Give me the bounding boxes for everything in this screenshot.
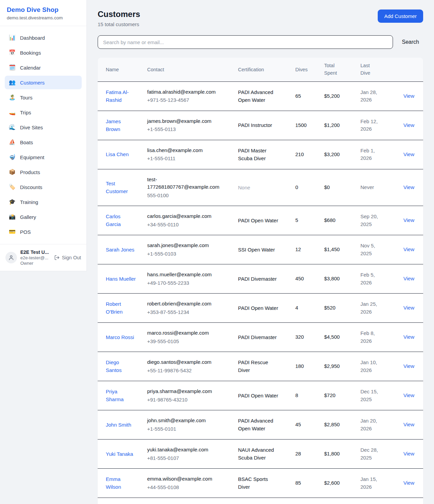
view-customer-link[interactable]: View <box>403 422 414 427</box>
sidebar-item-discounts[interactable]: 🏷️ Discounts <box>5 180 82 194</box>
view-customer-link[interactable]: View <box>403 392 414 398</box>
customer-name-link[interactable]: Hans Mueller <box>106 275 136 283</box>
sidebar-item-tours[interactable]: 🏝️ Tours <box>5 91 82 104</box>
customer-name-link[interactable]: Emma Wilson <box>106 475 136 491</box>
table-row: Keiko Yamamoto keiko.yamamoto@example.co… <box>98 498 423 504</box>
search-bar: Search <box>98 35 423 49</box>
customer-certification: PADI Open Water <box>238 304 278 312</box>
sidebar-item-label: Tours <box>20 95 33 100</box>
sidebar-item-bookings[interactable]: 📅 Bookings <box>5 46 82 59</box>
customer-email: robert.obrien@example.com <box>147 300 221 308</box>
customer-dives: 5 <box>295 217 298 223</box>
main-content: Customers 15 total customers Add Custome… <box>87 0 434 504</box>
view-customer-link[interactable]: View <box>403 334 414 340</box>
customer-last-dive: Feb 12, 2026 <box>360 118 382 133</box>
view-customer-link[interactable]: View <box>403 451 414 456</box>
sidebar-item-pos[interactable]: 💳 POS <box>5 225 82 239</box>
view-customer-link[interactable]: View <box>403 246 414 252</box>
sidebar-user-section: E2E Test U... e2e-tester@... Owner Sign … <box>0 244 86 271</box>
total-customers-count: 15 total customers <box>98 21 140 27</box>
customer-name-link[interactable]: Robert O'Brien <box>106 300 136 316</box>
view-customer-link[interactable]: View <box>403 217 414 223</box>
customer-dives: 320 <box>295 334 304 340</box>
table-row: Test Customer test-1772681807767@example… <box>98 169 423 206</box>
sidebar-item-label: Boats <box>20 139 33 145</box>
wave-icon: 🌊 <box>9 125 16 130</box>
customer-name-link[interactable]: Priya Sharma <box>106 388 136 404</box>
camera-icon: 📸 <box>9 214 16 220</box>
customer-name-link[interactable]: James Brown <box>106 117 136 133</box>
customer-email: john.smith@example.com <box>147 417 221 425</box>
customer-email: fatima.alrashid@example.com <box>147 88 221 96</box>
view-customer-link[interactable]: View <box>403 276 414 281</box>
customer-dives: 1500 <box>295 122 307 128</box>
view-customer-link[interactable]: View <box>403 363 414 369</box>
customer-name-link[interactable]: Carlos Garcia <box>106 212 136 228</box>
sidebar-item-gallery[interactable]: 📸 Gallery <box>5 210 82 224</box>
customer-total-spent: $4,500 <box>324 334 340 340</box>
search-input[interactable] <box>98 35 393 49</box>
customer-last-dive: Dec 15, 2025 <box>360 388 382 403</box>
customer-last-dive: Jan 28, 2026 <box>360 89 382 104</box>
customer-dives: 45 <box>295 422 301 427</box>
customer-total-spent: $1,450 <box>324 246 340 252</box>
view-customer-link[interactable]: View <box>403 93 414 99</box>
sidebar-item-products[interactable]: 📦 Products <box>5 165 82 179</box>
customer-phone: +39-555-0105 <box>147 338 234 346</box>
customer-total-spent: $5,200 <box>324 93 340 99</box>
sidebar-item-trips[interactable]: 🚤 Trips <box>5 106 82 119</box>
customer-total-spent: $680 <box>324 217 335 223</box>
customer-total-spent: $0 <box>324 184 330 190</box>
search-button[interactable]: Search <box>398 36 423 48</box>
view-customer-link[interactable]: View <box>403 480 414 486</box>
customer-last-dive: Jan 20, 2026 <box>360 417 382 432</box>
customer-name-link[interactable]: Lisa Chen <box>106 150 129 158</box>
sidebar-item-training[interactable]: 🎓 Training <box>5 195 82 209</box>
sidebar-item-label: Calendar <box>20 65 41 71</box>
sign-out-button[interactable]: Sign Out <box>54 255 81 260</box>
customer-name-link[interactable]: Sarah Jones <box>106 246 134 254</box>
customer-certification: PADI Instructor <box>238 121 272 129</box>
customer-name-link[interactable]: Test Customer <box>106 180 136 195</box>
customer-last-dive: Jan 25, 2026 <box>360 300 382 316</box>
customer-last-dive: Sep 20, 2025 <box>360 213 382 228</box>
view-customer-link[interactable]: View <box>403 151 414 157</box>
customer-name-link[interactable]: Fatima Al-Rashid <box>106 88 136 104</box>
sidebar-item-dive-sites[interactable]: 🌊 Dive Sites <box>5 120 82 134</box>
customer-total-spent: $2,600 <box>324 480 340 486</box>
customer-name-link[interactable]: Diego Santos <box>106 358 136 374</box>
customer-name-link[interactable]: Yuki Tanaka <box>106 450 133 458</box>
add-customer-button[interactable]: Add Customer <box>378 10 423 23</box>
sidebar-item-equipment[interactable]: 🤿 Equipment <box>5 150 82 164</box>
customer-phone: 555-0100 <box>147 192 234 200</box>
customer-dives: 0 <box>295 184 298 190</box>
customer-name-link[interactable]: John Smith <box>106 421 131 429</box>
sidebar-nav: 📊 Dashboard 📅 Bookings 🗓️ Calendar 👥 Cus… <box>0 26 86 244</box>
customer-dives: 28 <box>295 451 301 456</box>
dashboard-icon: 📊 <box>9 35 16 40</box>
tag-icon: 🏷️ <box>9 184 16 190</box>
customer-last-dive: Feb 8, 2026 <box>360 330 382 345</box>
table-row: Carlos Garcia carlos.garcia@example.com+… <box>98 206 423 235</box>
sidebar-item-customers[interactable]: 👥 Customers <box>5 76 82 89</box>
sidebar-item-dashboard[interactable]: 📊 Dashboard <box>5 31 82 44</box>
customer-total-spent: $2,950 <box>324 363 340 369</box>
sidebar-item-label: Dive Sites <box>20 125 43 130</box>
table-row: James Brown james.brown@example.com+1-55… <box>98 111 423 140</box>
customer-certification: PADI Divemaster <box>238 275 277 283</box>
table-row: Hans Mueller hans.mueller@example.com+49… <box>98 264 423 294</box>
sidebar-item-calendar[interactable]: 🗓️ Calendar <box>5 61 82 74</box>
table-row: Diego Santos diego.santos@example.com+55… <box>98 352 423 381</box>
customer-phone: +81-555-0107 <box>147 454 234 462</box>
sidebar-item-label: Training <box>20 199 38 205</box>
view-customer-link[interactable]: View <box>403 184 414 190</box>
view-customer-link[interactable]: View <box>403 305 414 311</box>
sidebar-item-label: Trips <box>20 110 31 115</box>
sidebar-item-boats[interactable]: ⛵ Boats <box>5 135 82 149</box>
customer-name-link[interactable]: Marco Rossi <box>106 333 134 341</box>
table-row: John Smith john.smith@example.com+1-555-… <box>98 410 423 440</box>
sidebar-item-label: Equipment <box>20 154 44 160</box>
sidebar-item-label: Products <box>20 169 40 175</box>
view-customer-link[interactable]: View <box>403 122 414 128</box>
column-header-total-spent: Total Spent <box>324 58 360 81</box>
